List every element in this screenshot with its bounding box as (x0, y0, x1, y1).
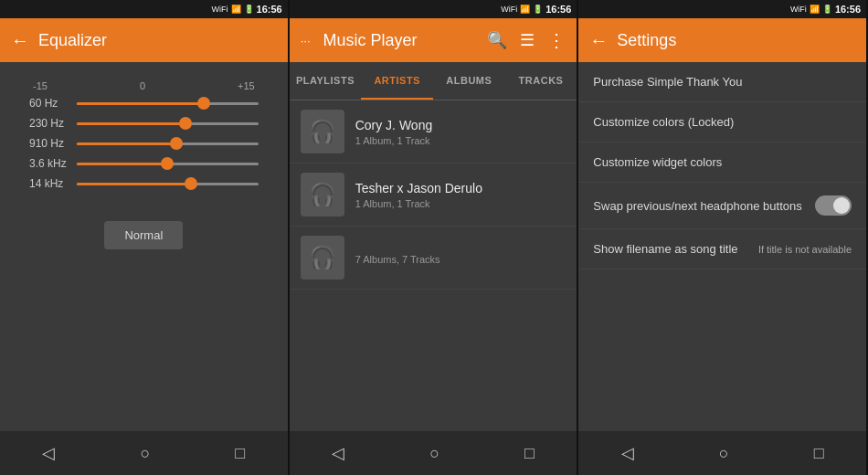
eq-band-label: 910 Hz (29, 137, 69, 150)
settings-item-text: Purchase Simple Thank You (593, 75, 742, 89)
settings-item[interactable]: Purchase Simple Thank You (578, 62, 866, 102)
signal-icon-3: 📶 (810, 5, 820, 14)
eq-slider-track[interactable] (77, 163, 259, 165)
eq-slider-fill (77, 183, 191, 185)
mp-tab-artists[interactable]: ARTISTS (361, 62, 433, 100)
status-bar-2: WiFi 📶 🔋 16:56 (290, 0, 577, 18)
settings-item-text: Customize colors (Locked) (593, 115, 734, 129)
eq-title: Equalizer (38, 31, 277, 50)
settings-item[interactable]: Swap previous/next headphone buttons (578, 183, 866, 229)
eq-band-label: 3.6 kHz (29, 157, 69, 170)
settings-item-text: Swap previous/next headphone buttons (593, 199, 801, 213)
settings-item[interactable]: Customize colors (Locked) (578, 102, 866, 142)
recent-nav-1[interactable]: □ (235, 444, 245, 463)
eq-row[interactable]: 14 kHz (29, 177, 259, 190)
eq-scale-max: +15 (238, 80, 255, 91)
clock-1: 16:56 (257, 4, 282, 15)
mp-tab-playlists[interactable]: PLAYLISTS (290, 62, 362, 100)
filter-icon[interactable]: ☰ (520, 30, 535, 50)
status-icons-3: WiFi 📶 🔋 16:56 (790, 4, 861, 15)
eq-slider-thumb[interactable] (197, 97, 210, 110)
wifi-icon-3: WiFi (790, 5, 807, 14)
eq-scale-center: 0 (140, 80, 145, 91)
eq-band-label: 14 kHz (29, 177, 69, 190)
search-icon[interactable]: 🔍 (487, 30, 507, 50)
artist-item[interactable]: 🎧 7 Albums, 7 Tracks (290, 227, 577, 290)
status-icons-2: WiFi 📶 🔋 16:56 (501, 4, 571, 15)
clock-3: 16:56 (835, 4, 861, 15)
settings-item-text: Customize widget colors (593, 155, 722, 169)
artist-meta: 7 Albums, 7 Tracks (355, 254, 566, 265)
eq-slider-thumb[interactable] (185, 177, 197, 190)
eq-slider-track[interactable] (77, 142, 259, 145)
artist-info: Cory J. Wong 1 Album, 1 Track (355, 118, 566, 146)
equalizer-panel: WiFi 📶 🔋 16:56 ← Equalizer -15 0 +15 60 … (0, 0, 290, 475)
artist-avatar: 🎧 (301, 110, 344, 153)
eq-slider-fill (77, 102, 204, 105)
signal-icon: 📶 (231, 5, 241, 14)
mp-tab-albums[interactable]: ALBUMS (433, 62, 505, 100)
recent-nav-2[interactable]: □ (524, 444, 535, 463)
eq-slider-thumb[interactable] (170, 137, 183, 150)
back-nav-3[interactable]: ◁ (621, 443, 634, 463)
mp-dots: ··· (301, 34, 311, 48)
settings-item-text: Show filename as song title (593, 242, 737, 256)
wifi-icon: WiFi (212, 5, 228, 14)
artist-meta: 1 Album, 1 Track (355, 198, 566, 209)
toggle-knob (833, 197, 850, 214)
artist-avatar: 🎧 (301, 173, 344, 216)
mp-tab-tracks[interactable]: TRACKS (505, 62, 577, 100)
back-nav-1[interactable]: ◁ (42, 443, 55, 463)
eq-toolbar: ← Equalizer (0, 18, 288, 62)
recent-nav-3[interactable]: □ (814, 444, 824, 463)
battery-icon-3: 🔋 (822, 5, 832, 14)
home-nav-2[interactable]: ○ (429, 444, 439, 463)
status-bar-3: WiFi 📶 🔋 16:56 (578, 0, 866, 18)
eq-row[interactable]: 60 Hz (29, 97, 259, 110)
eq-row[interactable]: 910 Hz (29, 137, 259, 150)
eq-slider-thumb[interactable] (179, 117, 192, 130)
eq-slider-fill (77, 122, 185, 125)
status-icons-1: WiFi 📶 🔋 16:56 (212, 4, 282, 15)
settings-item[interactable]: Customize widget colors (578, 142, 866, 183)
eq-preset-button[interactable]: Normal (104, 221, 183, 249)
settings-title: Settings (617, 31, 855, 50)
artist-avatar: 🎧 (301, 236, 344, 280)
eq-slider-thumb[interactable] (161, 157, 174, 170)
toggle-switch[interactable] (815, 195, 852, 216)
back-button-3[interactable]: ← (589, 30, 608, 51)
artist-info: 7 Albums, 7 Tracks (355, 251, 566, 265)
music-player-panel: WiFi 📶 🔋 16:56 ··· Music Player 🔍 ☰ ⋮ PL… (290, 0, 579, 475)
eq-slider-fill (77, 163, 167, 165)
artist-name: Tesher x Jason Derulo (355, 181, 566, 195)
mp-title: Music Player (323, 31, 479, 50)
mp-tabs: PLAYLISTSARTISTSALBUMSTRACKS (290, 62, 577, 100)
more-icon[interactable]: ⋮ (547, 31, 566, 49)
artist-item[interactable]: 🎧 Tesher x Jason Derulo 1 Album, 1 Track (290, 164, 577, 227)
artist-name: Cory J. Wong (355, 118, 566, 132)
eq-slider-track[interactable] (77, 122, 259, 125)
back-button-1[interactable]: ← (11, 30, 29, 51)
settings-toolbar: ← Settings (578, 18, 866, 62)
eq-slider-track[interactable] (77, 183, 259, 185)
battery-icon-2: 🔋 (533, 5, 543, 14)
home-nav-3[interactable]: ○ (719, 444, 729, 463)
artist-meta: 1 Album, 1 Track (355, 135, 566, 146)
mp-toolbar: ··· Music Player 🔍 ☰ ⋮ (290, 18, 577, 62)
bottom-nav-2: ◁ ○ □ (290, 431, 577, 475)
back-nav-2[interactable]: ◁ (332, 443, 344, 463)
eq-row[interactable]: 230 Hz (29, 117, 259, 130)
signal-icon-2: 📶 (520, 5, 530, 14)
eq-band-label: 230 Hz (29, 117, 69, 130)
eq-preset-container: Normal (29, 206, 259, 249)
settings-panel: WiFi 📶 🔋 16:56 ← Settings Purchase Simpl… (578, 0, 868, 475)
settings-item[interactable]: Show filename as song title If title is … (578, 229, 866, 269)
eq-row[interactable]: 3.6 kHz (29, 157, 259, 170)
artist-info: Tesher x Jason Derulo 1 Album, 1 Track (355, 181, 566, 209)
eq-slider-track[interactable] (77, 102, 259, 105)
wifi-icon-2: WiFi (501, 5, 517, 14)
eq-slider-fill (77, 142, 176, 145)
status-bar-1: WiFi 📶 🔋 16:56 (0, 0, 288, 18)
artist-item[interactable]: 🎧 Cory J. Wong 1 Album, 1 Track (290, 100, 577, 164)
home-nav-1[interactable]: ○ (140, 444, 150, 463)
